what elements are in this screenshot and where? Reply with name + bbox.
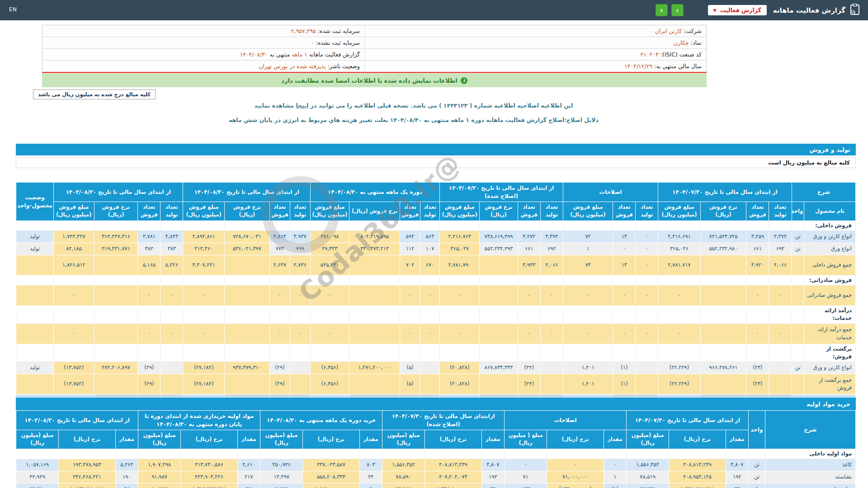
table-cell: ۴۲,۷۶۸: [382, 483, 425, 488]
table-cell: تن: [749, 459, 765, 471]
table-cell: (۶,۳۵۶): [310, 374, 349, 394]
table-cell: (۲۲,۲۲۹): [658, 362, 700, 374]
table-cell: ۴۰۸,۹۵۳,۱۲۵: [669, 471, 726, 483]
table-cell: ۷۸,۵۹۰: [382, 471, 425, 483]
chevron-right-icon: ›: [676, 6, 679, 14]
column-header: مبلغ فروش (میلیون ریال): [310, 202, 349, 221]
table-cell: [224, 306, 269, 324]
info-label: نماد:: [691, 39, 702, 46]
column-group-header: از ابتدای سال مالی تا تاریخ ۱۴۰۴/۰۸/۳۰: [183, 183, 310, 202]
info-row: کد صنعت (ISIC): ۲۱۰۲۰۳گزارش فعالیت ماهان…: [42, 49, 706, 61]
table-cell: ۴۳۷,۰۴۳,۵۸۷: [303, 459, 359, 471]
info-value: ۲۱۰۲۰۳: [641, 51, 659, 58]
table-cell: ۴۱۴,۳۶۰: [183, 243, 224, 255]
table-cell: ۴۷۶,۰۹۸: [310, 230, 349, 243]
column-header: مقدار: [359, 430, 382, 449]
table-cell: [224, 286, 269, 306]
table-cell: [16, 221, 54, 230]
page-title: گزارش فعالیت ماهانه: [773, 6, 845, 14]
table-cell: [613, 221, 636, 230]
table-cell: (۲۹): [270, 374, 290, 394]
table-cell: ۸۰۳: [359, 459, 382, 471]
table-cell: [349, 374, 400, 394]
table-cell: [658, 275, 700, 285]
table-cell: [658, 344, 700, 362]
table-cell: ۴۲,۲۳۵: [627, 483, 669, 488]
table-cell: [349, 221, 400, 230]
previous-report-button[interactable]: ‹: [656, 4, 668, 16]
table-cell: [138, 344, 160, 362]
table-cell: [669, 449, 726, 459]
table-cell: ۴,۷۳۶: [290, 255, 310, 275]
table-cell: ۲,۴۱۶,۶۹۱: [658, 230, 700, 243]
table-cell: ۷۴۱,۵۴۳,۷۲۵: [700, 230, 746, 243]
table-cell: [518, 306, 540, 324]
table-cell: [636, 362, 658, 374]
report-type-dropdown[interactable]: گزارش فعالیت ▼: [708, 5, 767, 15]
chevron-down-icon: ▼: [713, 8, 717, 13]
table-cell: [420, 362, 440, 374]
table-cell: تن: [749, 471, 765, 483]
table-cell: ۰: [613, 286, 636, 306]
table-cell: [563, 344, 613, 362]
table-cell: (۲۳): [746, 374, 769, 394]
info-value: ۲,۹۵۷,۲۹۵: [291, 28, 316, 34]
table-cell: ۹۳۷,۳۷۹,۳۱۰: [224, 362, 269, 374]
info-label: وضعیت ناشر:: [327, 63, 360, 70]
table-cell: ۴۰۸,۸۱۳,۲۳۹: [425, 459, 481, 471]
raw-materials-section-bar: خرید مواد اولیه: [16, 398, 856, 410]
column-header: مبلغ ( میلیون ریال): [505, 430, 547, 449]
language-switch-en[interactable]: EN: [9, 6, 17, 13]
table-cell: [636, 306, 658, 324]
table-cell: ۱۳: [613, 255, 636, 275]
table-cell: ۴۲,۲۵۰: [16, 483, 59, 488]
next-report-button[interactable]: ›: [671, 4, 684, 16]
table-cell: [420, 275, 440, 285]
column-header: مبلغ فروش (میلیون ریال): [183, 202, 224, 221]
previous-version-link[interactable]: اینجا: [296, 102, 308, 109]
table-cell: (۲۲,۲۲۹): [658, 374, 700, 394]
column-header: مبلغ (میلیون ریال): [16, 430, 59, 449]
table-cell: [138, 221, 160, 230]
table-cell: ۰: [160, 324, 183, 344]
table-cell: (۲۳): [746, 362, 769, 374]
table-cell: سایر: [749, 483, 765, 488]
company-info-table: شرکت: کارتن ایرانسرمایه ثبت شده: ۲,۹۵۷,۲…: [42, 25, 707, 72]
table-cell: ۷۹۹: [290, 243, 310, 255]
info-label: سال مالی منتهی به:: [654, 63, 702, 70]
table-cell: ۴۲۳,۹۰۳,۲۲۶: [181, 471, 237, 483]
table-cell: ۰: [769, 286, 792, 306]
table-cell: [420, 374, 440, 394]
table-cell: [181, 449, 237, 459]
amendment-note-line1: این اطلاعیه اصلاحیه اطلاعیه شماره ( ۱۴۴۳…: [16, 102, 811, 109]
table-cell: ۲۱۷: [237, 471, 260, 483]
info-label: شرکت:: [684, 28, 702, 34]
table-cell: ۰: [53, 286, 94, 306]
table-cell: ۴۷۴,۲۰۶,۸۹۷: [94, 362, 138, 374]
table-cell: (۵۳۳,۰۰۰,۰۰۰): [547, 483, 604, 488]
info-row: نماد: چکارنسرمایه ثبت نشده: ۰: [42, 37, 706, 49]
table-cell: ۴۹,۳۳۳: [310, 243, 349, 255]
table-cell: ۲۳۶,۴۶۸,۴۲۱: [59, 471, 115, 483]
column-header: تعداد تولید: [769, 202, 792, 221]
column-group-header: دوره یک ماهه منتهی به ۱۴۰۴/۰۸/۳۰: [310, 183, 439, 202]
table-cell: ۳۳: [726, 483, 749, 488]
info-label: کد صنعت (ISIC):: [660, 51, 702, 58]
table-cell: [349, 286, 400, 306]
table-cell: [746, 344, 769, 362]
table-cell: [636, 221, 658, 230]
table-cell: [540, 374, 563, 394]
table-cell: ۰: [440, 286, 480, 306]
table-cell: [700, 275, 746, 285]
column-group-header: اصلاحات: [505, 411, 627, 430]
table-cell: فروش داخلی:: [804, 221, 856, 230]
info-label: منتهی به: [270, 51, 290, 58]
column-group-header: از ابتدای سال مالی تا تاریخ ۱۴۰۴/۰۷/۳۰: [627, 411, 749, 430]
info-cell: سال مالی منتهی به: ۱۴۰۴/۱۲/۲۹: [364, 61, 706, 72]
table-cell: [310, 344, 349, 362]
table-row: کاغذتن۳,۸۰۷۴۰۸,۸۱۳,۲۳۹۱,۵۵۶,۳۵۲۰۰۰۳,۸۰۷۴…: [16, 459, 856, 471]
table-cell: ۱,۲۷۱,۲۰۰,۰۰۰: [349, 362, 400, 374]
table-cell: ۲,۷۸۱,۷۹۰: [440, 255, 480, 275]
table-cell: [563, 275, 613, 285]
table-cell: (۱): [613, 374, 636, 394]
